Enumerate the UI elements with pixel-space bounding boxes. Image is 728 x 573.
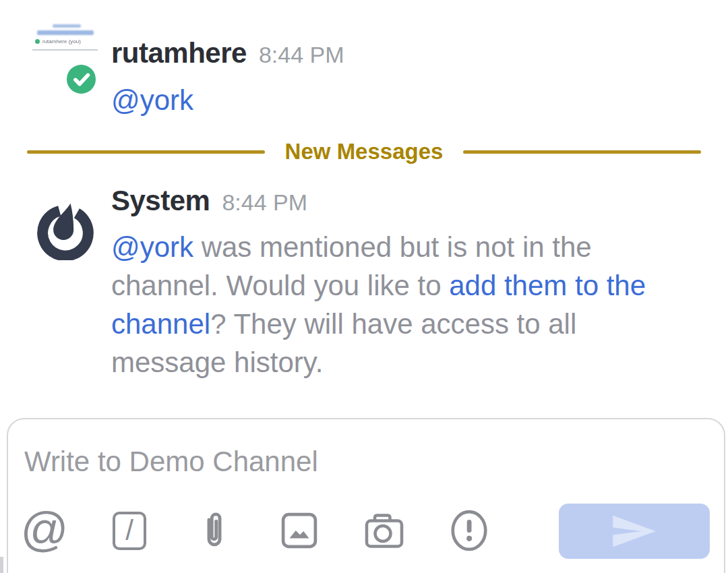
- camera-icon: [365, 512, 404, 549]
- divider-line: [463, 150, 701, 154]
- camera-button[interactable]: [360, 502, 408, 559]
- avatar-skeleton-line: [37, 30, 94, 35]
- screen-edge-strip: [0, 557, 3, 573]
- slash-command-icon: /: [113, 512, 146, 550]
- message-composer: @ /: [7, 418, 725, 573]
- chat-screen: rutamhere (you) rutamhere 8:44 PM @york …: [0, 0, 728, 573]
- system-message-header: System 8:44 PM: [111, 185, 307, 217]
- message-timestamp: 8:44 PM: [259, 42, 344, 68]
- avatar-user-row: rutamhere (you): [35, 38, 81, 44]
- avatar-image: rutamhere (you): [32, 22, 98, 54]
- at-mention-button[interactable]: @: [20, 502, 69, 559]
- slash-command-button[interactable]: /: [105, 502, 154, 559]
- avatar-caption: rutamhere (you): [42, 38, 81, 44]
- priority-exclamation-icon: [450, 509, 488, 552]
- attach-file-button[interactable]: [190, 502, 239, 559]
- user-avatar[interactable]: rutamhere (you): [32, 22, 100, 92]
- paperclip-icon: [202, 510, 226, 551]
- online-dot-icon: [35, 39, 40, 44]
- message-header: rutamhere 8:44 PM: [111, 37, 344, 69]
- system-timestamp: 8:44 PM: [222, 189, 307, 216]
- avatar-skeleton-line: [53, 24, 81, 28]
- new-messages-label: New Messages: [285, 139, 444, 164]
- new-messages-divider: New Messages: [27, 138, 701, 165]
- mattermost-logo-icon: [34, 197, 97, 260]
- at-mention-icon: @: [20, 506, 68, 553]
- check-icon: [72, 70, 91, 89]
- send-button[interactable]: [559, 504, 710, 559]
- system-username: System: [111, 185, 210, 217]
- system-message-body: @york was mentioned but is not in the ch…: [111, 228, 690, 382]
- divider-line: [27, 150, 265, 154]
- mention-link[interactable]: @york: [111, 84, 193, 117]
- check-status-badge: [67, 65, 96, 94]
- priority-button[interactable]: [445, 502, 493, 559]
- message-input[interactable]: [24, 442, 631, 481]
- avatar-divider: [32, 49, 98, 51]
- mention-link[interactable]: @york: [111, 231, 193, 263]
- image-gallery-button[interactable]: [275, 502, 324, 559]
- image-gallery-icon: [281, 512, 317, 549]
- username[interactable]: rutamhere: [111, 37, 247, 69]
- composer-toolbar: @ /: [20, 502, 493, 559]
- system-avatar: [34, 197, 97, 260]
- send-icon: [610, 512, 659, 550]
